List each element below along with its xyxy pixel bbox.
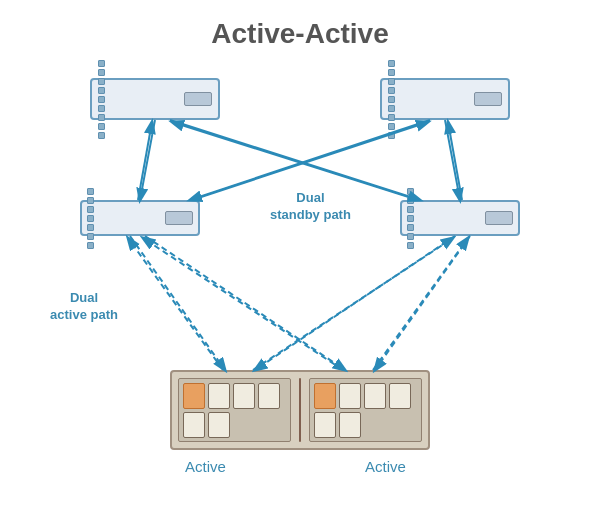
port <box>407 233 414 240</box>
page-title: Active-Active <box>211 18 388 50</box>
active-left-label: Active <box>185 458 226 475</box>
port <box>87 233 94 240</box>
divider <box>299 378 301 442</box>
line-tl-ml <box>140 120 155 200</box>
drive-slot <box>183 412 205 438</box>
port-rect <box>474 92 502 106</box>
line-sl-mr <box>253 238 453 370</box>
port <box>407 188 414 195</box>
port <box>87 197 94 204</box>
storage-device <box>170 370 430 450</box>
port <box>388 132 395 139</box>
dual-active-path-label: Dual active path <box>50 290 118 324</box>
port <box>407 215 414 222</box>
ports-left <box>98 60 105 139</box>
port <box>407 242 414 249</box>
switch-mid-right <box>400 200 520 236</box>
ports-mid-left <box>87 188 94 249</box>
port-rect <box>485 211 513 225</box>
line-ml-tl <box>138 122 152 200</box>
port <box>98 78 105 85</box>
dual-standby-path-label: Dual standby path <box>270 190 351 224</box>
switch-top-left <box>90 78 220 120</box>
port <box>388 69 395 76</box>
line-mr-sr <box>375 236 470 370</box>
port <box>98 114 105 121</box>
drive-slot <box>258 383 280 409</box>
drive-slot <box>183 383 205 409</box>
drive-slot <box>314 383 336 409</box>
drive-slot <box>314 412 336 438</box>
port <box>98 60 105 67</box>
line-sr-mr <box>373 238 468 370</box>
drive-slot <box>389 383 411 409</box>
diagram-area: Dual standby path Dual active path Activ… <box>30 60 570 490</box>
drive-slot <box>364 383 386 409</box>
port <box>407 224 414 231</box>
line-sr-ml <box>143 238 343 370</box>
drive-slot <box>339 412 361 438</box>
page-container: Active-Active <box>0 0 600 507</box>
port <box>98 105 105 112</box>
line-sl-ml <box>128 238 223 370</box>
drive-slot <box>208 412 230 438</box>
line-ml-sr <box>145 236 345 370</box>
port <box>87 206 94 213</box>
port <box>388 96 395 103</box>
port <box>388 114 395 121</box>
port <box>388 78 395 85</box>
line-mr-tl <box>172 122 418 200</box>
port <box>388 105 395 112</box>
line-mr-sl <box>255 236 455 370</box>
port <box>407 206 414 213</box>
port-rect <box>184 92 212 106</box>
ports-right <box>388 60 395 139</box>
line-tr-mr <box>445 120 460 200</box>
line-mr-tr <box>448 122 462 200</box>
port <box>87 188 94 195</box>
port <box>98 87 105 94</box>
port <box>87 215 94 222</box>
line-tl-mr <box>170 120 420 200</box>
port <box>98 96 105 103</box>
switch-top-right <box>380 78 510 120</box>
port <box>98 132 105 139</box>
port <box>98 69 105 76</box>
port-rect <box>165 211 193 225</box>
port <box>388 123 395 130</box>
port <box>87 242 94 249</box>
line-ml-sl <box>130 236 225 370</box>
drive-slot <box>208 383 230 409</box>
storage-half-left <box>178 378 291 442</box>
switch-mid-left <box>80 200 200 236</box>
port <box>388 60 395 67</box>
active-right-label: Active <box>365 458 406 475</box>
drive-slot <box>233 383 255 409</box>
port <box>87 224 94 231</box>
storage-half-right <box>309 378 422 442</box>
ports-mid-right <box>407 188 414 249</box>
port <box>407 197 414 204</box>
drive-slot <box>339 383 361 409</box>
port <box>388 87 395 94</box>
port <box>98 123 105 130</box>
